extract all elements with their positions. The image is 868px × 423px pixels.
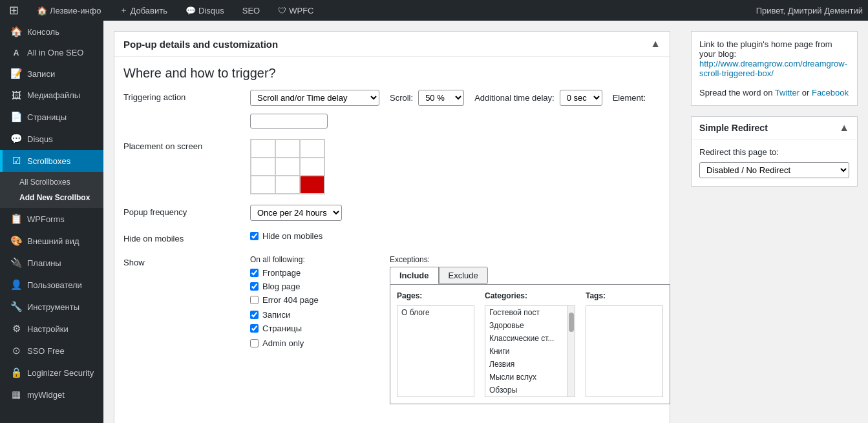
plugin-info-body: Link to the plugin's home page from your…: [692, 32, 857, 105]
facebook-link[interactable]: Facebook: [812, 88, 849, 98]
placement-cell-tr[interactable]: [300, 139, 324, 158]
spread-text: Spread the word on: [699, 88, 775, 98]
frontpage-label: Frontpage: [262, 268, 301, 278]
trigger-select[interactable]: Scroll and/or Time delay On Exit On Clic…: [250, 90, 379, 106]
placement-cell-bl[interactable]: [251, 176, 275, 194]
pages-checkbox[interactable]: [250, 324, 259, 333]
error404-checkbox[interactable]: [250, 296, 259, 304]
placement-cell-ml[interactable]: [251, 158, 275, 176]
placement-cell-bc[interactable]: [275, 176, 300, 194]
show-row: Show On all following: Frontpage: [123, 255, 661, 404]
tab-include[interactable]: Include: [390, 267, 439, 284]
section-body: Where and how to trigger? Triggering act…: [114, 57, 670, 423]
twitter-link[interactable]: Twitter: [775, 88, 799, 98]
exc-pages-list[interactable]: О блоге: [397, 305, 474, 397]
sidebar-item-all-scrollboxes[interactable]: All Scrollboxes: [0, 174, 103, 190]
sidebar-item-tools[interactable]: 🔧 Инструменты: [0, 296, 103, 318]
plugin-info-box: Link to the plugin's home page from your…: [691, 31, 858, 106]
greeting: Привет, Дмитрий Дементий: [756, 6, 863, 15]
sidebar-item-pages[interactable]: 📄 Страницы: [0, 106, 103, 128]
pages-label: Страницы: [262, 324, 302, 333]
placement-cell-br[interactable]: [300, 176, 324, 194]
placement-cell-tl[interactable]: [251, 139, 275, 158]
popup-frequency-select[interactable]: Once per 24 hours Once per session Alway…: [250, 205, 342, 221]
sidebar-item-settings[interactable]: ⚙ Настройки: [0, 318, 103, 340]
element-input[interactable]: [250, 114, 328, 129]
sidebar-item-plugins[interactable]: 🔌 Плагины: [0, 252, 103, 274]
plus-icon: ＋: [120, 5, 128, 16]
placement-cell-tc[interactable]: [275, 139, 300, 158]
exc-categories-col: Categories: Гостевой пост Здоровье Класс…: [485, 291, 575, 397]
sidebar-item-wpforms[interactable]: 📋 WPForms: [0, 208, 103, 230]
on-all-following-label: On all following:: [250, 255, 379, 264]
sidebar-item-scrollboxes[interactable]: ☑ Scrollboxes: [0, 150, 103, 172]
wp-icon: ⊞: [9, 3, 19, 17]
sidebar-item-mywidget[interactable]: ▦ myWidget: [0, 384, 103, 406]
sidebar-item-disqus[interactable]: 💬 Disqus: [0, 128, 103, 150]
sidebar-item-appearance[interactable]: 🎨 Внешний вид: [0, 230, 103, 252]
hide-on-mobiles-row: Hide on mobiles Hide on mobiles: [123, 231, 661, 245]
posts-checkbox[interactable]: [250, 311, 259, 319]
sidebar-item-media[interactable]: 🖼 Медиафайлы: [0, 85, 103, 106]
seo-icon: A: [10, 48, 22, 57]
collapse-button[interactable]: ▲: [650, 38, 661, 50]
redirect-collapse-btn[interactable]: ▲: [839, 122, 849, 134]
sidebar-item-console[interactable]: 🏠 Консоль: [0, 21, 103, 43]
scrollbar[interactable]: [567, 306, 575, 397]
plugin-home-link[interactable]: http://www.dreamgrow.com/dreamgrow-scrol…: [699, 59, 847, 78]
sso-icon: ⊙: [10, 345, 22, 356]
sidebar-item-add-new-scrollbox[interactable]: Add New Scrollbox: [0, 190, 103, 205]
exc-tags-list[interactable]: [586, 305, 663, 397]
element-label: Element:: [613, 93, 646, 103]
placement-cell-mr[interactable]: [300, 158, 324, 176]
blog-page-checkbox[interactable]: [250, 282, 259, 291]
disqus-menu[interactable]: 💬 Disqus: [182, 6, 228, 15]
placement-cell-mc[interactable]: [275, 158, 300, 176]
mywidget-icon: ▦: [10, 389, 22, 400]
list-item[interactable]: Обзоры: [485, 384, 575, 397]
posts-label: Записи: [262, 310, 290, 320]
delay-select[interactable]: 0 sec 1 sec 2 sec 3 sec 5 sec: [560, 90, 602, 106]
hide-on-mobiles-controls: Hide on mobiles: [250, 231, 661, 245]
add-new[interactable]: ＋ Добавить: [116, 5, 171, 16]
exceptions-label: Exceptions:: [390, 255, 670, 264]
list-item[interactable]: Лезвия: [485, 358, 575, 371]
sidebar-item-posts[interactable]: 📝 Записи: [0, 63, 103, 85]
exc-categories-list[interactable]: Гостевой пост Здоровье Классические ст..…: [485, 305, 575, 397]
redirect-select[interactable]: Disabled / No Redirect Custom URL...: [699, 162, 849, 178]
admin-only-checkbox[interactable]: [250, 339, 259, 347]
wpfc-menu[interactable]: 🛡 WPFC: [274, 6, 317, 15]
show-left: On all following: Frontpage Blog page: [250, 255, 379, 352]
placement-row: Placement on screen: [123, 139, 661, 194]
list-item[interactable]: О блоге: [397, 306, 474, 319]
list-item[interactable]: Книги: [485, 345, 575, 358]
sidebar-item-all-in-one-seo[interactable]: A All in One SEO: [0, 43, 103, 63]
hide-on-mobiles-checkbox[interactable]: [250, 232, 259, 240]
list-item[interactable]: Мысли вслух: [485, 371, 575, 384]
exc-tags-col: Tags:: [586, 291, 663, 397]
sidebar-item-users[interactable]: 👤 Пользователи: [0, 274, 103, 296]
users-icon: 👤: [10, 279, 22, 291]
center-panel: Pop-up details and customization ▲ Where…: [103, 21, 681, 423]
admin-only-row: Admin only: [250, 338, 379, 348]
sidebar-item-loginizer[interactable]: 🔒 Loginizer Security: [0, 362, 103, 384]
list-item[interactable]: Здоровье: [485, 319, 575, 332]
show-section: On all following: Frontpage Blog page: [250, 255, 670, 404]
tab-exclude[interactable]: Exclude: [439, 267, 488, 284]
admin-bar: ⊞ 🏠 Лезвие-инфо ＋ Добавить 💬 Disqus SEO …: [0, 0, 868, 21]
placement-grid: [250, 139, 325, 194]
list-item[interactable]: Классические ст...: [485, 332, 575, 345]
frontpage-checkbox[interactable]: [250, 269, 259, 277]
site-name[interactable]: 🏠 Лезвие-инфо: [33, 6, 105, 15]
list-item[interactable]: Гостевой пост: [485, 306, 575, 319]
scroll-select[interactable]: 25 % 50 % 75 % 100 %: [418, 90, 464, 106]
sidebar-item-sso[interactable]: ⊙ SSO Free: [0, 340, 103, 362]
posts-icon: 📝: [10, 68, 22, 79]
error404-label: Error 404 page: [262, 295, 319, 305]
redirect-body: Redirect this page to: Disabled / No Red…: [692, 139, 857, 186]
disqus-icon: 💬: [185, 6, 196, 15]
wp-logo[interactable]: ⊞: [5, 3, 23, 17]
show-label: Show: [123, 255, 240, 267]
seo-menu[interactable]: SEO: [238, 6, 264, 15]
hide-on-mobiles-label: Hide on mobiles: [123, 231, 240, 243]
